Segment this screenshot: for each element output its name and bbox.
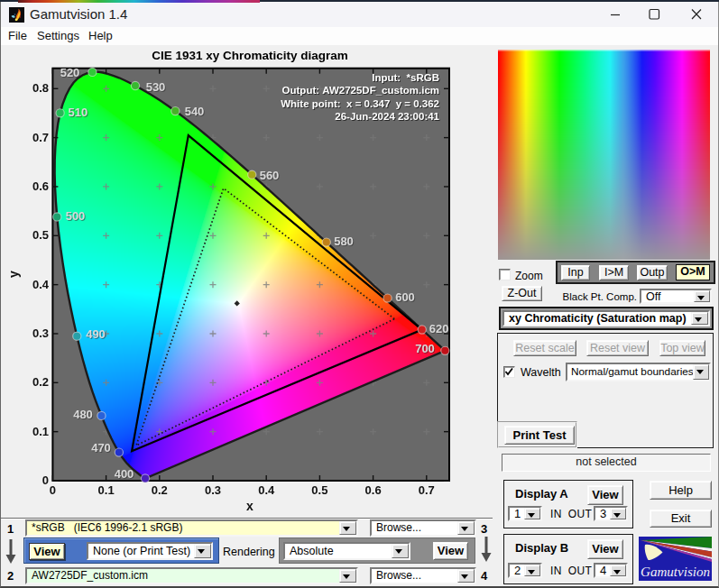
svg-text:Gamutvision: Gamutvision [641, 564, 710, 579]
